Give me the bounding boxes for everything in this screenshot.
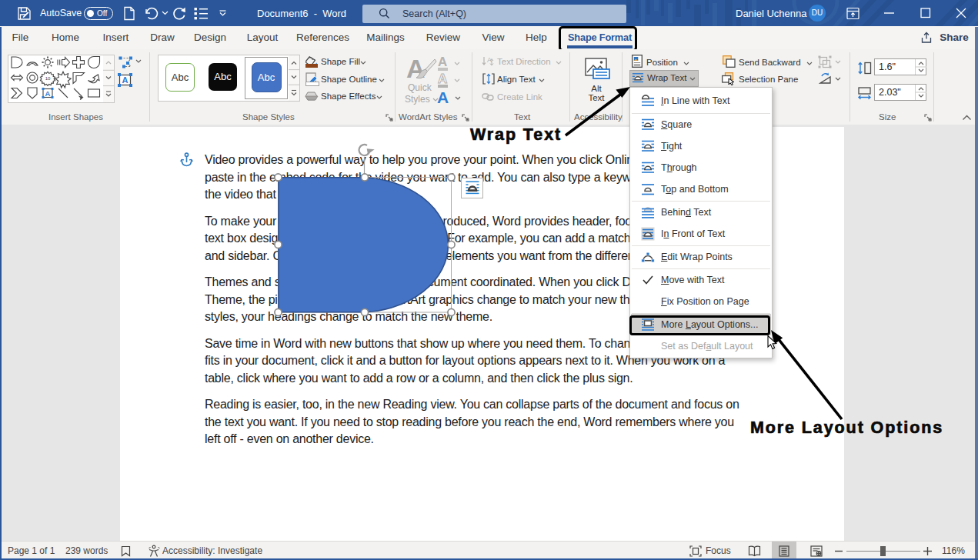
svg-text:A: A [45,89,51,98]
svg-text:10: 10 [45,76,51,81]
svg-text:A: A [122,75,129,85]
